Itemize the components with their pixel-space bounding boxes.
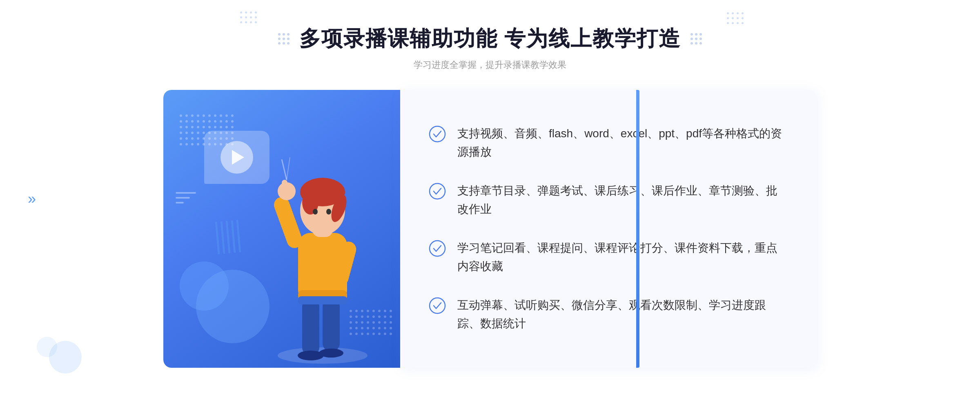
play-circle [220,141,253,174]
feature-item-4: 互动弹幕、试听购买、微信分享、观看次数限制、学习进度跟踪、数据统计 [429,288,788,341]
title-text: 多项录播课辅助功能 专为线上教学打造 [299,25,681,53]
deco-lines [176,192,196,203]
svg-line-20 [287,157,290,180]
feature-item-1: 支持视频、音频、flash、word、excel、ppt、pdf等各种格式的资源… [429,116,788,170]
svg-point-15 [313,209,318,215]
svg-rect-1 [302,298,319,356]
features-panel: 支持视频、音频、flash、word、excel、ppt、pdf等各种格式的资源… [400,90,817,368]
check-icon-1 [429,125,446,143]
chevron-icon-1: » [28,192,36,206]
svg-point-22 [430,183,445,199]
stripe-decoration [215,220,243,255]
page-subtitle: 学习进度全掌握，提升录播课教学效果 [278,59,702,71]
feature-text-1: 支持视频、音频、flash、word、excel、ppt、pdf等各种格式的资源… [457,125,788,161]
dots-decoration-right [727,12,743,29]
svg-rect-2 [323,298,340,351]
main-content: 支持视频、音频、flash、word、excel、ppt、pdf等各种格式的资源… [163,90,817,368]
feature-item-3: 学习笔记回看、课程提问、课程评论打分、课件资料下载，重点内容收藏 [429,231,788,284]
feature-text-3: 学习笔记回看、课程提问、课程评论打分、课件资料下载，重点内容收藏 [457,239,788,276]
check-icon-2 [429,183,446,200]
person-figure [257,139,388,368]
check-icon-4 [429,297,446,314]
feature-item-2: 支持章节目录、弹题考试、课后练习、课后作业、章节测验、批改作业 [429,174,788,227]
dots-decoration-left [240,11,256,28]
svg-rect-8 [272,195,305,250]
svg-point-24 [430,298,445,313]
feature-text-2: 支持章节目录、弹题考试、课后练习、课后作业、章节测验、批改作业 [457,182,788,219]
chevrons-left: » [28,192,36,206]
svg-rect-18 [282,180,287,195]
svg-line-19 [282,159,287,180]
page-title: 多项录播课辅助功能 专为线上教学打造 [278,25,702,53]
check-icon-3 [429,240,446,257]
title-dots-left [278,33,290,45]
feature-text-4: 互动弹幕、试听购买、微信分享、观看次数限制、学习进度跟踪、数据统计 [457,296,788,333]
header: 多项录播课辅助功能 专为线上教学打造 学习进度全掌握，提升录播课教学效果 [278,25,702,71]
svg-point-23 [430,241,445,256]
svg-rect-7 [298,296,347,304]
svg-point-21 [430,126,445,142]
illustration-panel [163,90,400,368]
page-container: 多项录播课辅助功能 专为线上教学打造 学习进度全掌握，提升录播课教学效果 » [0,0,980,398]
svg-point-16 [326,209,331,215]
title-dots-right [690,33,702,45]
deco-blue-circle-2 [37,337,57,357]
svg-point-4 [319,349,343,358]
play-triangle-icon [232,150,244,165]
